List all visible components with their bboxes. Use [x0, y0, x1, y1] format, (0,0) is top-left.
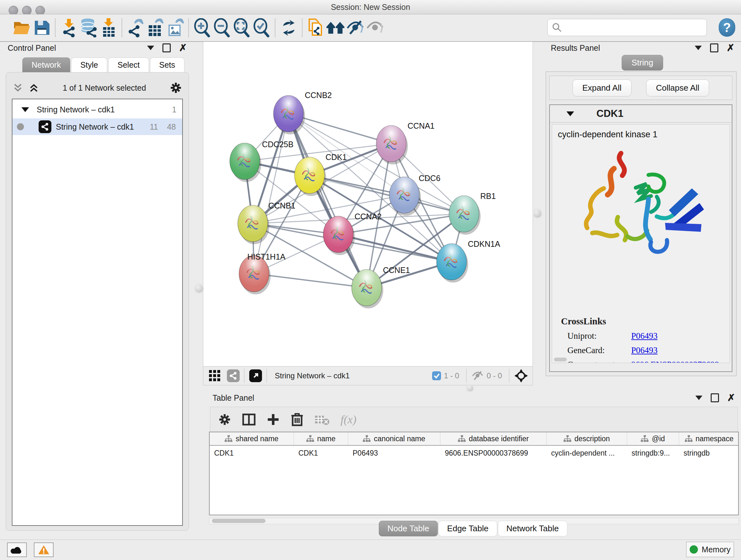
first-neighbors-button[interactable] — [326, 18, 346, 38]
import-table-file-button[interactable] — [98, 18, 118, 38]
table-gear-icon[interactable] — [218, 413, 231, 426]
table-cell[interactable]: CDK1 — [294, 446, 348, 460]
table-cell[interactable]: P06493 — [348, 446, 441, 460]
zoom-selected-button[interactable] — [252, 18, 272, 38]
gear-icon[interactable] — [170, 81, 182, 94]
export-table-button[interactable] — [145, 18, 165, 38]
export-network-button[interactable] — [126, 18, 145, 38]
add-column-icon[interactable] — [266, 413, 280, 426]
tab-network[interactable]: Network — [22, 57, 70, 73]
expand-all-icon[interactable] — [28, 82, 39, 93]
network-badge-icon[interactable] — [227, 369, 240, 382]
collapse-all-icon[interactable] — [12, 82, 23, 93]
zoom-out-button[interactable] — [212, 18, 232, 38]
close-panel-icon[interactable]: ✗ — [179, 45, 187, 51]
network-canvas[interactable]: CCNB2CCNA1CDC25BCDK1CDC6RB1CCNB1CCNA2CDK… — [203, 42, 533, 367]
tab-network-table[interactable]: Network Table — [498, 521, 567, 537]
database-icon — [79, 18, 98, 37]
tab-sets[interactable]: Sets — [150, 57, 185, 73]
right-splitter-handle[interactable] — [533, 209, 542, 218]
string-tab[interactable]: String — [622, 55, 663, 71]
node-label-cdk1: CDK1 — [326, 152, 347, 162]
collapse-all-button[interactable]: Collapse All — [646, 79, 710, 97]
expand-all-button[interactable]: Expand All — [572, 79, 631, 97]
bottom-splitter-handle[interactable] — [467, 385, 474, 392]
column-header-shared-name[interactable]: shared name — [210, 432, 294, 445]
memory-button[interactable]: Memory — [686, 542, 734, 557]
network-row-selected[interactable]: String Network – cdk1 11 48 — [12, 118, 182, 135]
column-header-canonical-name[interactable]: canonical name — [348, 432, 441, 445]
network-node-hist1h1a[interactable]: HIST1H1A — [239, 252, 286, 294]
network-node-cdc25b[interactable]: CDC25B — [230, 140, 293, 182]
close-table-icon[interactable]: ✗ — [727, 395, 735, 401]
export-image-button[interactable] — [165, 18, 185, 38]
column-header-database-identifier[interactable]: database identifier — [441, 432, 547, 445]
toolbar-search[interactable] — [547, 19, 707, 36]
float-panel-icon[interactable] — [147, 46, 154, 50]
table-cell[interactable]: stringdb:9... — [627, 446, 679, 460]
table-hscrollbar-thumb[interactable] — [212, 519, 266, 523]
close-results-icon[interactable]: ✗ — [727, 45, 735, 51]
dock-panel-icon[interactable] — [162, 44, 171, 52]
collapse-entry-icon[interactable] — [566, 111, 574, 116]
delete-column-icon[interactable] — [291, 413, 304, 427]
clone-network-button[interactable] — [306, 18, 326, 38]
float-table-icon[interactable] — [695, 395, 702, 400]
tab-edge-table[interactable]: Edge Table — [439, 521, 497, 537]
zoom-fit-button[interactable] — [232, 18, 252, 38]
network-node-cdkn1a[interactable]: CDKN1A — [436, 240, 500, 283]
network-edge[interactable] — [254, 114, 288, 273]
search-input[interactable] — [562, 23, 706, 32]
save-floppy-icon — [33, 19, 50, 36]
network-node-cdc6[interactable]: CDC6 — [389, 174, 441, 216]
dock-table-icon[interactable] — [711, 393, 719, 402]
results-scrollbar-thumb[interactable] — [554, 358, 567, 361]
hide-selected-button[interactable] — [346, 18, 365, 38]
network-status-dot — [17, 123, 24, 130]
node-table[interactable]: shared namenamecanonical namedatabase id… — [209, 432, 739, 515]
crosslink-link[interactable]: 9606.ENSP00000378699 — [631, 360, 719, 363]
network-node-ccne1[interactable]: CCNE1 — [352, 266, 410, 308]
import-network-database-button[interactable] — [79, 18, 98, 38]
selected-checkbox-icon[interactable] — [432, 371, 441, 381]
node-label-cdc6: CDC6 — [419, 174, 441, 183]
show-all-button[interactable] — [365, 18, 385, 38]
table-cell[interactable]: cyclin-dependent ... — [547, 446, 627, 460]
crosslink-link[interactable]: P06493 — [631, 346, 658, 355]
network-node-rb1[interactable]: RB1 — [449, 192, 496, 235]
tab-select[interactable]: Select — [108, 57, 149, 73]
network-collection-row[interactable]: String Network – cdk1 1 — [12, 101, 182, 118]
warnings-button[interactable] — [34, 543, 54, 557]
dock-results-icon[interactable] — [710, 44, 718, 52]
table-row[interactable]: CDK1CDK1P064939606.ENSP00000378699cyclin… — [210, 446, 738, 460]
birdseye-crosshair-icon[interactable] — [514, 369, 528, 383]
network-node-ccnb1[interactable]: CCNB1 — [238, 201, 295, 244]
node-label-hist1h1a: HIST1H1A — [247, 252, 286, 261]
cloud-status-button[interactable] — [7, 543, 27, 557]
open-session-button[interactable] — [12, 18, 32, 38]
column-header--id[interactable]: @id — [627, 432, 679, 445]
collapse-collection-icon[interactable] — [21, 107, 29, 112]
tab-style[interactable]: Style — [71, 57, 108, 73]
show-columns-icon[interactable] — [242, 413, 256, 426]
table-cell[interactable]: stringdb — [679, 446, 739, 460]
network-node-ccnb2[interactable]: CCNB2 — [273, 91, 332, 134]
crosslink-link[interactable]: P06493 — [631, 331, 658, 341]
help-button[interactable]: ? — [719, 18, 735, 37]
column-header-name[interactable]: name — [294, 432, 348, 445]
column-header-namespace[interactable]: namespace — [679, 432, 739, 445]
network-edge[interactable] — [254, 273, 367, 288]
table-cell[interactable]: 9606.ENSP00000378699 — [441, 446, 547, 460]
export-view-icon[interactable] — [249, 369, 262, 382]
table-cell[interactable]: CDK1 — [210, 446, 294, 460]
float-results-icon[interactable] — [695, 46, 702, 50]
grid-view-icon[interactable] — [208, 369, 221, 382]
column-header-description[interactable]: description — [547, 432, 627, 445]
apply-layout-button[interactable] — [279, 18, 299, 38]
left-splitter-handle[interactable] — [195, 284, 204, 293]
save-session-button[interactable] — [32, 18, 52, 38]
zoom-in-button[interactable] — [192, 18, 212, 38]
import-network-file-button[interactable] — [59, 18, 79, 38]
tab-node-table[interactable]: Node Table — [379, 521, 438, 537]
network-edge[interactable] — [288, 114, 367, 288]
